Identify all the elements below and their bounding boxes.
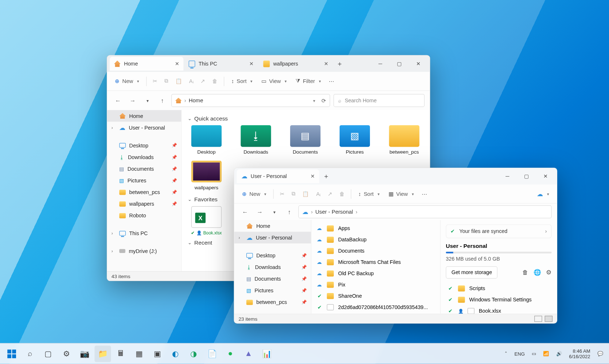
share-button[interactable]: ↗: [325, 188, 335, 199]
sidebar-item-this-pc[interactable]: ›This PC: [107, 228, 181, 239]
file-row[interactable]: ☁Pix: [315, 279, 437, 290]
file-row[interactable]: ✔2d2d6ad072086bf4105700d5935439...: [315, 301, 437, 313]
file-row[interactable]: ☁Documents: [315, 245, 437, 257]
new-button[interactable]: ⊕New▾: [239, 189, 270, 199]
sidebar-item-wallpapers[interactable]: wallpapers📌: [107, 198, 181, 210]
wifi-icon[interactable]: 📶: [543, 351, 549, 356]
recent-locations-button[interactable]: ▾: [269, 206, 280, 217]
share-button[interactable]: ↗: [198, 75, 208, 87]
copy-button[interactable]: ⧉: [162, 75, 171, 87]
edge-dev-app-icon[interactable]: ◑: [186, 345, 202, 362]
view-button[interactable]: ▦ View▾: [385, 189, 417, 199]
settings-icon[interactable]: ⚙: [546, 269, 551, 276]
view-button[interactable]: ▭ View▾: [258, 76, 290, 86]
terminal-app-icon[interactable]: ▣: [149, 345, 165, 362]
maximize-button[interactable]: ▢: [390, 56, 409, 72]
file-row[interactable]: ☁Apps: [315, 223, 437, 234]
tab-close-icon[interactable]: ✕: [324, 61, 328, 67]
breadcrumb-item[interactable]: Home: [189, 98, 203, 104]
file-row[interactable]: ☁DataBackup: [315, 234, 437, 245]
tab-close-icon[interactable]: ✕: [311, 173, 315, 179]
sidebar-item-roboto[interactable]: Roboto: [107, 210, 181, 221]
new-button[interactable]: ⊕New▾: [112, 76, 143, 86]
more-button[interactable]: ⋯: [326, 75, 337, 87]
address-bar[interactable]: › Home ▾ ⟳: [171, 94, 330, 107]
more-button[interactable]: ⋯: [419, 188, 430, 199]
qa-item-between-pcs[interactable]: between_pcs: [386, 125, 423, 155]
paste-button[interactable]: 📋: [173, 75, 185, 87]
breadcrumb-item[interactable]: User - Personal: [315, 209, 353, 215]
section-quick-access[interactable]: ⌄Quick access: [188, 115, 423, 122]
sidebar-item-home[interactable]: Home: [234, 220, 311, 232]
minimize-button[interactable]: ─: [498, 169, 517, 184]
chevron-right-icon[interactable]: ›: [112, 249, 113, 253]
up-button[interactable]: ↑: [157, 95, 168, 106]
sidebar-item-downloads[interactable]: ⭳Downloads📌: [107, 151, 181, 163]
tab-wallpapers[interactable]: wallpapers ✕: [259, 57, 332, 71]
settings-app-icon[interactable]: ⚙: [58, 345, 74, 362]
chevron-right-icon[interactable]: ›: [112, 231, 113, 236]
cut-button[interactable]: ✂: [150, 75, 160, 87]
file-row[interactable]: ✔ShareOne: [315, 290, 437, 301]
sidebar-item-desktop[interactable]: Desktop📌: [234, 249, 311, 261]
sidebar-item-pictures[interactable]: ▧Pictures📌: [234, 285, 311, 296]
cast-icon[interactable]: ▭: [532, 351, 536, 356]
tab-close-icon[interactable]: ✕: [175, 61, 179, 67]
qa-item-downloads[interactable]: ⭳Downloads: [237, 125, 274, 155]
file-row[interactable]: ✔Scripts: [446, 283, 551, 294]
address-bar[interactable]: ☁› User - Personal›: [298, 205, 552, 218]
add-tab-button[interactable]: ＋: [320, 170, 332, 182]
chevron-right-icon[interactable]: ›: [112, 125, 113, 130]
file-row[interactable]: ☁Microsoft Teams Chat Files: [315, 256, 437, 268]
icons-view-button[interactable]: [545, 316, 553, 322]
rename-button[interactable]: Aᵢ: [313, 188, 323, 199]
cut-button[interactable]: ✂: [277, 188, 287, 199]
qa-item-pictures[interactable]: ▧Pictures: [336, 125, 373, 155]
file-row[interactable]: ☁Old PC Backup: [315, 268, 437, 279]
sort-button[interactable]: ↕ Sort▾: [228, 76, 256, 86]
fav-item-book[interactable]: ✔👤Book.xlsx: [188, 206, 225, 235]
volume-icon[interactable]: 🔊: [556, 351, 562, 356]
rename-button[interactable]: Aᵢ: [187, 75, 196, 87]
task-view-button[interactable]: ▢: [40, 345, 56, 362]
recent-locations-button[interactable]: ▾: [142, 95, 153, 106]
app-icon[interactable]: ▲: [240, 345, 257, 362]
qa-item-desktop[interactable]: Desktop: [188, 125, 225, 155]
edge-app-icon[interactable]: ◐: [167, 345, 184, 362]
delete-button[interactable]: 🗑: [210, 76, 220, 87]
forward-button[interactable]: →: [127, 95, 138, 106]
tray-overflow-button[interactable]: ˄: [505, 351, 507, 356]
tab-user-personal[interactable]: ☁ User - Personal ✕: [237, 169, 319, 183]
filter-button[interactable]: ⧩ Filter▾: [292, 76, 324, 86]
notifications-icon[interactable]: 💬: [597, 351, 604, 356]
forward-button[interactable]: →: [254, 206, 265, 217]
sidebar-item-pictures[interactable]: ▧Pictures📌: [107, 175, 181, 186]
minimize-button[interactable]: ─: [371, 56, 390, 72]
sidebar-item-between-pcs[interactable]: between_pcs📌: [234, 296, 311, 308]
spotify-app-icon[interactable]: ●: [222, 345, 238, 362]
tab-this-pc[interactable]: This PC ✕: [184, 57, 258, 71]
sort-button[interactable]: ↕ Sort▾: [355, 189, 383, 198]
sidebar-item-drive[interactable]: ›myDrive (J:): [107, 245, 181, 257]
back-button[interactable]: ←: [239, 206, 251, 217]
onedrive-status-button[interactable]: ☁▾: [534, 189, 553, 199]
tab-close-icon[interactable]: ✕: [249, 61, 254, 67]
search-button[interactable]: ⌕: [22, 345, 38, 362]
sync-status-row[interactable]: ✔ Your files are synced ›: [446, 224, 551, 238]
explorer-app-icon[interactable]: 📁: [94, 345, 111, 362]
qa-item-wallpapers[interactable]: wallpapers: [188, 161, 225, 190]
details-view-button[interactable]: [534, 316, 542, 322]
add-tab-button[interactable]: ＋: [333, 58, 346, 70]
file-row[interactable]: ✔Windows Terminal Settings: [446, 294, 551, 305]
app-icon[interactable]: 📊: [258, 345, 275, 362]
start-button[interactable]: [4, 345, 20, 362]
notepad-app-icon[interactable]: 📄: [204, 345, 220, 362]
close-button[interactable]: ✕: [409, 56, 428, 72]
refresh-button[interactable]: ⟳: [321, 97, 326, 104]
chevron-right-icon[interactable]: ›: [239, 235, 240, 240]
clock[interactable]: 8:46 AM 6/16/2022: [569, 348, 590, 359]
camera-app-icon[interactable]: 📷: [76, 345, 93, 362]
search-input[interactable]: ⌕ Search Home: [333, 94, 425, 107]
sidebar-item-documents[interactable]: ▤Documents📌: [107, 163, 181, 174]
sidebar-item-documents[interactable]: ▤Documents📌: [234, 273, 311, 285]
